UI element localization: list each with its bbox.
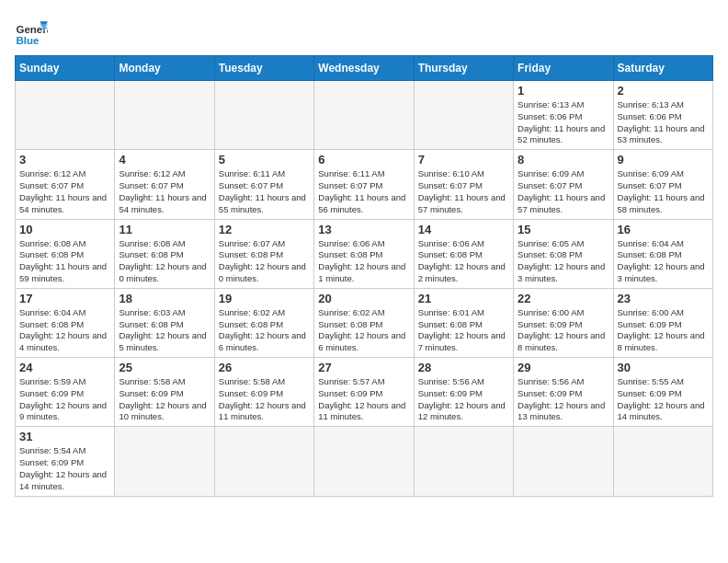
day-number: 5 xyxy=(219,153,310,167)
calendar-cell: 2Sunrise: 6:13 AMSunset: 6:06 PMDaylight… xyxy=(613,81,712,150)
calendar-cell: 14Sunrise: 6:06 AMSunset: 6:08 PMDayligh… xyxy=(414,219,513,288)
day-number: 3 xyxy=(19,153,110,167)
day-number: 6 xyxy=(318,153,409,167)
calendar-cell: 1Sunrise: 6:13 AMSunset: 6:06 PMDaylight… xyxy=(514,81,613,150)
day-number: 8 xyxy=(518,153,609,167)
day-info: Sunrise: 5:58 AMSunset: 6:09 PMDaylight:… xyxy=(119,376,210,423)
calendar-cell: 31Sunrise: 5:54 AMSunset: 6:09 PMDayligh… xyxy=(16,427,115,496)
day-info: Sunrise: 6:03 AMSunset: 6:08 PMDaylight:… xyxy=(119,307,210,354)
day-number: 16 xyxy=(618,223,709,236)
calendar-week-row: 3Sunrise: 6:12 AMSunset: 6:07 PMDaylight… xyxy=(16,150,713,219)
page-header: General Blue xyxy=(15,15,713,48)
svg-text:Blue: Blue xyxy=(16,35,40,46)
col-header-monday: Monday xyxy=(115,56,214,81)
calendar-cell: 19Sunrise: 6:02 AMSunset: 6:08 PMDayligh… xyxy=(214,288,313,357)
day-number: 18 xyxy=(119,292,210,305)
day-number: 15 xyxy=(518,223,609,236)
day-info: Sunrise: 6:00 AMSunset: 6:09 PMDaylight:… xyxy=(618,307,709,354)
day-info: Sunrise: 5:57 AMSunset: 6:09 PMDaylight:… xyxy=(318,376,409,423)
calendar-cell xyxy=(214,81,313,150)
day-info: Sunrise: 6:08 AMSunset: 6:08 PMDaylight:… xyxy=(119,238,210,285)
logo: General Blue xyxy=(15,15,53,48)
day-number: 20 xyxy=(318,292,409,305)
calendar-cell: 13Sunrise: 6:06 AMSunset: 6:08 PMDayligh… xyxy=(314,219,414,288)
day-info: Sunrise: 6:12 AMSunset: 6:07 PMDaylight:… xyxy=(119,168,210,215)
calendar-cell: 22Sunrise: 6:00 AMSunset: 6:09 PMDayligh… xyxy=(514,288,613,357)
calendar-week-row: 17Sunrise: 6:04 AMSunset: 6:08 PMDayligh… xyxy=(16,288,713,357)
day-info: Sunrise: 6:10 AMSunset: 6:07 PMDaylight:… xyxy=(418,168,509,215)
col-header-tuesday: Tuesday xyxy=(214,56,313,81)
day-info: Sunrise: 6:02 AMSunset: 6:08 PMDaylight:… xyxy=(219,307,310,354)
day-info: Sunrise: 6:13 AMSunset: 6:06 PMDaylight:… xyxy=(618,99,709,146)
col-header-friday: Friday xyxy=(514,56,613,81)
calendar-cell xyxy=(314,81,414,150)
calendar-cell: 11Sunrise: 6:08 AMSunset: 6:08 PMDayligh… xyxy=(115,219,214,288)
day-info: Sunrise: 6:04 AMSunset: 6:08 PMDaylight:… xyxy=(19,307,110,354)
day-info: Sunrise: 5:54 AMSunset: 6:09 PMDaylight:… xyxy=(19,445,110,492)
day-info: Sunrise: 6:05 AMSunset: 6:08 PMDaylight:… xyxy=(518,238,609,285)
day-number: 17 xyxy=(19,292,110,305)
calendar-cell: 7Sunrise: 6:10 AMSunset: 6:07 PMDaylight… xyxy=(414,150,513,219)
day-number: 9 xyxy=(618,153,709,167)
calendar-week-row: 24Sunrise: 5:59 AMSunset: 6:09 PMDayligh… xyxy=(16,358,713,427)
calendar-cell: 8Sunrise: 6:09 AMSunset: 6:07 PMDaylight… xyxy=(514,150,613,219)
day-info: Sunrise: 6:00 AMSunset: 6:09 PMDaylight:… xyxy=(518,307,609,354)
day-info: Sunrise: 6:01 AMSunset: 6:08 PMDaylight:… xyxy=(418,307,509,354)
day-number: 2 xyxy=(618,84,709,98)
calendar-week-row: 1Sunrise: 6:13 AMSunset: 6:06 PMDaylight… xyxy=(16,81,713,150)
day-number: 7 xyxy=(418,153,509,167)
day-info: Sunrise: 5:55 AMSunset: 6:09 PMDaylight:… xyxy=(618,376,709,423)
calendar-cell: 26Sunrise: 5:58 AMSunset: 6:09 PMDayligh… xyxy=(214,358,313,427)
logo-icon: General Blue xyxy=(15,15,48,48)
day-number: 26 xyxy=(219,361,310,374)
calendar-cell: 3Sunrise: 6:12 AMSunset: 6:07 PMDaylight… xyxy=(16,150,115,219)
day-info: Sunrise: 6:07 AMSunset: 6:08 PMDaylight:… xyxy=(219,238,310,285)
day-info: Sunrise: 6:04 AMSunset: 6:08 PMDaylight:… xyxy=(618,238,709,285)
calendar-cell: 6Sunrise: 6:11 AMSunset: 6:07 PMDaylight… xyxy=(314,150,414,219)
day-info: Sunrise: 6:06 AMSunset: 6:08 PMDaylight:… xyxy=(418,238,509,285)
day-number: 4 xyxy=(119,153,210,167)
calendar-cell: 17Sunrise: 6:04 AMSunset: 6:08 PMDayligh… xyxy=(16,288,115,357)
day-number: 25 xyxy=(119,361,210,374)
day-info: Sunrise: 6:08 AMSunset: 6:08 PMDaylight:… xyxy=(19,238,110,285)
day-number: 29 xyxy=(518,361,609,374)
day-info: Sunrise: 6:09 AMSunset: 6:07 PMDaylight:… xyxy=(618,168,709,215)
day-number: 13 xyxy=(318,223,409,236)
day-number: 31 xyxy=(19,430,110,443)
calendar-cell: 30Sunrise: 5:55 AMSunset: 6:09 PMDayligh… xyxy=(613,358,712,427)
calendar-cell: 28Sunrise: 5:56 AMSunset: 6:09 PMDayligh… xyxy=(414,358,513,427)
calendar-cell: 15Sunrise: 6:05 AMSunset: 6:08 PMDayligh… xyxy=(514,219,613,288)
calendar-week-row: 31Sunrise: 5:54 AMSunset: 6:09 PMDayligh… xyxy=(16,427,713,496)
day-info: Sunrise: 5:56 AMSunset: 6:09 PMDaylight:… xyxy=(418,376,509,423)
day-info: Sunrise: 6:06 AMSunset: 6:08 PMDaylight:… xyxy=(318,238,409,285)
day-info: Sunrise: 6:12 AMSunset: 6:07 PMDaylight:… xyxy=(19,168,110,215)
day-number: 12 xyxy=(219,223,310,236)
calendar-table: SundayMondayTuesdayWednesdayThursdayFrid… xyxy=(15,55,713,497)
calendar-cell: 21Sunrise: 6:01 AMSunset: 6:08 PMDayligh… xyxy=(414,288,513,357)
day-info: Sunrise: 6:11 AMSunset: 6:07 PMDaylight:… xyxy=(219,168,310,215)
day-info: Sunrise: 5:59 AMSunset: 6:09 PMDaylight:… xyxy=(19,376,110,423)
calendar-cell xyxy=(514,427,613,496)
day-number: 28 xyxy=(418,361,509,374)
col-header-thursday: Thursday xyxy=(414,56,513,81)
day-number: 19 xyxy=(219,292,310,305)
calendar-cell xyxy=(115,81,214,150)
calendar-cell: 10Sunrise: 6:08 AMSunset: 6:08 PMDayligh… xyxy=(16,219,115,288)
day-number: 23 xyxy=(618,292,709,305)
day-number: 1 xyxy=(518,84,609,98)
calendar-cell: 4Sunrise: 6:12 AMSunset: 6:07 PMDaylight… xyxy=(115,150,214,219)
day-info: Sunrise: 6:13 AMSunset: 6:06 PMDaylight:… xyxy=(518,99,609,146)
calendar-week-row: 10Sunrise: 6:08 AMSunset: 6:08 PMDayligh… xyxy=(16,219,713,288)
day-number: 11 xyxy=(119,223,210,236)
calendar-cell: 18Sunrise: 6:03 AMSunset: 6:08 PMDayligh… xyxy=(115,288,214,357)
calendar-header-row: SundayMondayTuesdayWednesdayThursdayFrid… xyxy=(16,56,713,81)
calendar-cell xyxy=(314,427,414,496)
day-number: 27 xyxy=(318,361,409,374)
col-header-sunday: Sunday xyxy=(16,56,115,81)
calendar-cell: 9Sunrise: 6:09 AMSunset: 6:07 PMDaylight… xyxy=(613,150,712,219)
calendar-cell xyxy=(613,427,712,496)
calendar-cell: 29Sunrise: 5:56 AMSunset: 6:09 PMDayligh… xyxy=(514,358,613,427)
calendar-cell xyxy=(214,427,313,496)
calendar-cell: 24Sunrise: 5:59 AMSunset: 6:09 PMDayligh… xyxy=(16,358,115,427)
day-number: 22 xyxy=(518,292,609,305)
